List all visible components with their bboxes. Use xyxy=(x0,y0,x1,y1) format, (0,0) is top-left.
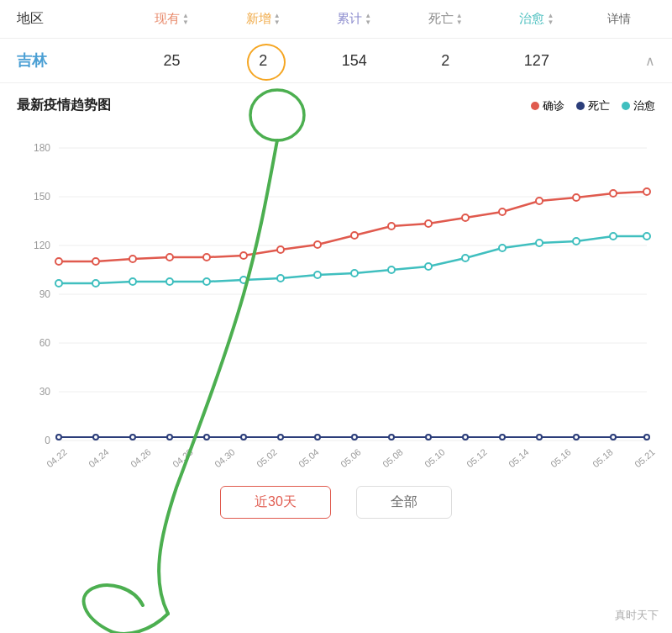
svg-point-51 xyxy=(277,275,284,282)
svg-point-63 xyxy=(93,435,98,440)
svg-point-60 xyxy=(610,233,617,240)
header-zhiyu[interactable]: 治愈 ▲▼ xyxy=(491,11,583,27)
legend-healed-dot xyxy=(622,102,630,110)
sort-arrows-siwang: ▲▼ xyxy=(456,13,463,26)
svg-point-41 xyxy=(536,198,543,204)
svg-text:04.28: 04.28 xyxy=(171,446,195,469)
svg-text:05.12: 05.12 xyxy=(465,446,489,469)
cell-xianyou: 25 xyxy=(126,52,218,70)
svg-text:60: 60 xyxy=(39,337,51,349)
svg-point-45 xyxy=(55,280,62,287)
svg-text:05.16: 05.16 xyxy=(549,446,573,469)
svg-text:05.10: 05.10 xyxy=(423,446,447,469)
cell-xinzeng: 2 xyxy=(218,52,309,70)
svg-point-30 xyxy=(129,256,136,262)
svg-text:150: 150 xyxy=(34,191,50,203)
legend-confirmed-dot xyxy=(531,102,539,110)
svg-point-57 xyxy=(499,245,506,251)
svg-point-56 xyxy=(462,255,469,261)
svg-point-76 xyxy=(574,435,579,440)
data-row-jilin[interactable]: 吉林 25 2 154 2 127 ∧ xyxy=(0,39,672,83)
svg-point-53 xyxy=(351,270,358,277)
svg-point-43 xyxy=(610,190,617,197)
cell-detail[interactable]: ∧ xyxy=(582,53,655,69)
svg-point-39 xyxy=(462,214,469,221)
cell-region: 吉林 xyxy=(17,50,126,71)
chart-title-row: 最新疫情趋势图 确诊 死亡 治愈 xyxy=(17,97,655,114)
svg-point-35 xyxy=(314,241,321,248)
header-xianyou[interactable]: 现有 ▲▼ xyxy=(126,11,218,27)
header-leiji[interactable]: 累计 ▲▼ xyxy=(308,11,400,27)
svg-point-54 xyxy=(388,266,395,273)
legend-death: 死亡 xyxy=(576,98,610,113)
svg-point-72 xyxy=(426,435,431,440)
svg-text:0: 0 xyxy=(45,435,50,446)
svg-text:30: 30 xyxy=(39,386,51,398)
svg-text:90: 90 xyxy=(39,288,51,300)
chart-svg: 180 150 120 90 60 30 0 04.22 04.24 04.26… xyxy=(17,123,655,476)
watermark: 真时天下 xyxy=(615,608,659,623)
svg-point-49 xyxy=(203,278,210,285)
confirmed-dot xyxy=(55,258,62,265)
sort-arrows-xinzeng: ▲▼ xyxy=(274,13,281,26)
cell-zhiyu: 127 xyxy=(491,52,583,70)
chart-title: 最新疫情趋势图 xyxy=(17,97,111,114)
sort-arrows-xianyou: ▲▼ xyxy=(182,13,189,26)
chart-canvas: 180 150 120 90 60 30 0 04.22 04.24 04.26… xyxy=(17,123,655,476)
svg-text:120: 120 xyxy=(34,240,50,251)
svg-text:05.18: 05.18 xyxy=(591,446,615,469)
svg-point-77 xyxy=(611,435,616,440)
table-header: 地区 现有 ▲▼ 新增 ▲▼ 累计 ▲▼ 死亡 ▲▼ 治愈 ▲▼ 详情 xyxy=(0,0,672,39)
time-filter: 近30天 全部 xyxy=(17,476,655,525)
svg-point-71 xyxy=(389,435,394,440)
svg-point-32 xyxy=(203,254,210,261)
svg-point-37 xyxy=(388,223,395,229)
svg-point-68 xyxy=(278,435,283,440)
svg-text:180: 180 xyxy=(34,142,50,154)
svg-point-67 xyxy=(241,435,246,440)
svg-point-36 xyxy=(351,232,358,239)
svg-text:04.24: 04.24 xyxy=(87,446,111,469)
svg-text:05.04: 05.04 xyxy=(297,446,321,469)
svg-point-40 xyxy=(499,208,506,215)
header-siwang[interactable]: 死亡 ▲▼ xyxy=(400,11,491,27)
svg-point-69 xyxy=(315,435,320,440)
header-xinzeng[interactable]: 新增 ▲▼ xyxy=(218,11,309,27)
legend-healed: 治愈 xyxy=(622,98,655,113)
svg-point-55 xyxy=(425,263,432,270)
svg-point-31 xyxy=(166,254,173,261)
svg-point-46 xyxy=(92,280,99,287)
svg-text:04.22: 04.22 xyxy=(45,446,69,469)
chevron-up-icon: ∧ xyxy=(645,53,655,69)
confirmed-line xyxy=(59,192,647,261)
svg-point-48 xyxy=(166,278,173,285)
svg-text:05.14: 05.14 xyxy=(507,446,531,469)
svg-point-66 xyxy=(204,435,209,440)
svg-point-50 xyxy=(240,277,247,283)
svg-text:05.02: 05.02 xyxy=(255,446,279,469)
svg-point-34 xyxy=(277,246,284,253)
svg-text:05.08: 05.08 xyxy=(381,446,405,469)
svg-point-73 xyxy=(463,435,468,440)
all-time-button[interactable]: 全部 xyxy=(356,486,452,519)
svg-point-59 xyxy=(573,238,580,245)
chart-section: 最新疫情趋势图 确诊 死亡 治愈 xyxy=(0,83,672,534)
svg-text:04.30: 04.30 xyxy=(213,446,237,469)
svg-point-44 xyxy=(643,188,650,195)
svg-point-29 xyxy=(92,258,99,265)
svg-point-62 xyxy=(56,435,61,440)
svg-point-74 xyxy=(500,435,505,440)
header-xiangqing: 详情 xyxy=(582,12,655,27)
circled-xinzeng: 2 xyxy=(259,52,267,70)
svg-text:05.21: 05.21 xyxy=(633,446,655,469)
svg-text:04.26: 04.26 xyxy=(129,446,153,469)
sort-arrows-leiji: ▲▼ xyxy=(365,13,371,26)
svg-point-42 xyxy=(573,194,580,201)
svg-point-78 xyxy=(644,435,649,440)
cell-siwang: 2 xyxy=(400,52,491,70)
svg-point-70 xyxy=(352,435,357,440)
chart-legend: 确诊 死亡 治愈 xyxy=(531,98,655,113)
recent-30-days-button[interactable]: 近30天 xyxy=(220,486,331,519)
svg-point-47 xyxy=(129,278,136,285)
legend-confirmed: 确诊 xyxy=(531,98,564,113)
